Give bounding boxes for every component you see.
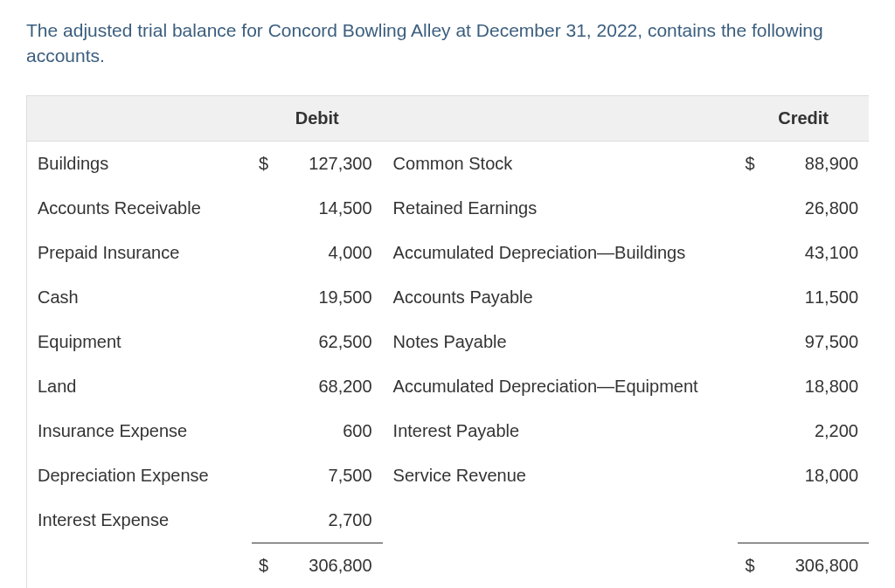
debit-account: Equipment	[27, 320, 252, 364]
credit-amount: 43,100	[757, 231, 869, 275]
table-row: Insurance Expense 600 Interest Payable 2…	[27, 409, 869, 453]
debit-currency	[252, 453, 270, 498]
header-row: Debit Credit	[27, 95, 869, 141]
debit-account: Depreciation Expense	[27, 453, 252, 498]
credit-account	[383, 498, 739, 543]
credit-account: Accumulated Depreciation—Buildings	[383, 231, 739, 275]
credit-account: Interest Payable	[383, 409, 739, 453]
debit-account: Cash	[27, 275, 252, 320]
credit-currency	[738, 498, 756, 543]
credit-amount: 97,500	[757, 320, 869, 364]
trial-balance-table: Debit Credit Buildings $ 127,300 Common …	[27, 95, 869, 588]
debit-amount: 62,500	[270, 320, 382, 364]
debit-amount: 68,200	[270, 364, 382, 409]
credit-currency	[738, 364, 756, 409]
debit-currency	[252, 498, 270, 543]
credit-account: Accumulated Depreciation—Equipment	[383, 364, 739, 409]
totals-blank	[27, 543, 252, 588]
credit-currency	[738, 186, 756, 231]
credit-total-currency: $	[738, 543, 756, 588]
debit-currency	[252, 364, 270, 409]
debit-account: Land	[27, 364, 252, 409]
credit-amount: 11,500	[757, 275, 869, 320]
table-row: Buildings $ 127,300 Common Stock $ 88,90…	[27, 141, 869, 186]
header-blank-2	[383, 95, 739, 141]
credit-currency	[738, 275, 756, 320]
debit-amount: 14,500	[270, 186, 382, 231]
debit-account: Accounts Receivable	[27, 186, 252, 231]
table-body: Buildings $ 127,300 Common Stock $ 88,90…	[27, 141, 869, 588]
debit-account: Insurance Expense	[27, 409, 252, 453]
credit-amount	[757, 498, 869, 543]
trial-balance-table-wrap: Debit Credit Buildings $ 127,300 Common …	[26, 95, 869, 588]
credit-currency	[738, 320, 756, 364]
credit-account: Accounts Payable	[383, 275, 739, 320]
credit-currency	[738, 231, 756, 275]
header-blank-1	[27, 95, 252, 141]
credit-account: Notes Payable	[383, 320, 739, 364]
debit-amount: 19,500	[270, 275, 382, 320]
credit-amount: 18,800	[757, 364, 869, 409]
intro-text: The adjusted trial balance for Concord B…	[26, 17, 869, 69]
table-row: Land 68,200 Accumulated Depreciation—Equ…	[27, 364, 869, 409]
debit-account: Buildings	[27, 141, 252, 186]
debit-total-currency: $	[252, 543, 270, 588]
debit-amount: 4,000	[270, 231, 382, 275]
debit-amount: 127,300	[270, 141, 382, 186]
credit-currency: $	[738, 141, 756, 186]
debit-account: Prepaid Insurance	[27, 231, 252, 275]
debit-currency	[252, 409, 270, 453]
table-row: Interest Expense 2,700	[27, 498, 869, 543]
table-row: Depreciation Expense 7,500 Service Reven…	[27, 453, 869, 498]
table-row: Equipment 62,500 Notes Payable 97,500	[27, 320, 869, 364]
debit-currency	[252, 231, 270, 275]
header-credit: Credit	[738, 95, 869, 141]
credit-amount: 88,900	[757, 141, 869, 186]
header-debit: Debit	[252, 95, 383, 141]
credit-account: Retained Earnings	[383, 186, 739, 231]
debit-amount: 600	[270, 409, 382, 453]
credit-amount: 26,800	[757, 186, 869, 231]
debit-account: Interest Expense	[27, 498, 252, 543]
table-row: Cash 19,500 Accounts Payable 11,500	[27, 275, 869, 320]
debit-currency	[252, 186, 270, 231]
credit-total-amount: 306,800	[757, 543, 869, 588]
credit-amount: 18,000	[757, 453, 869, 498]
debit-currency: $	[252, 141, 270, 186]
totals-row: $ 306,800 $ 306,800	[27, 543, 869, 588]
debit-amount: 2,700	[270, 498, 382, 543]
credit-account: Common Stock	[383, 141, 739, 186]
table-row: Prepaid Insurance 4,000 Accumulated Depr…	[27, 231, 869, 275]
debit-currency	[252, 320, 270, 364]
credit-amount: 2,200	[757, 409, 869, 453]
credit-currency	[738, 453, 756, 498]
credit-account: Service Revenue	[383, 453, 739, 498]
debit-amount: 7,500	[270, 453, 382, 498]
credit-currency	[738, 409, 756, 453]
debit-total-amount: 306,800	[270, 543, 382, 588]
totals-blank-2	[383, 543, 739, 588]
debit-currency	[252, 275, 270, 320]
table-row: Accounts Receivable 14,500 Retained Earn…	[27, 186, 869, 231]
